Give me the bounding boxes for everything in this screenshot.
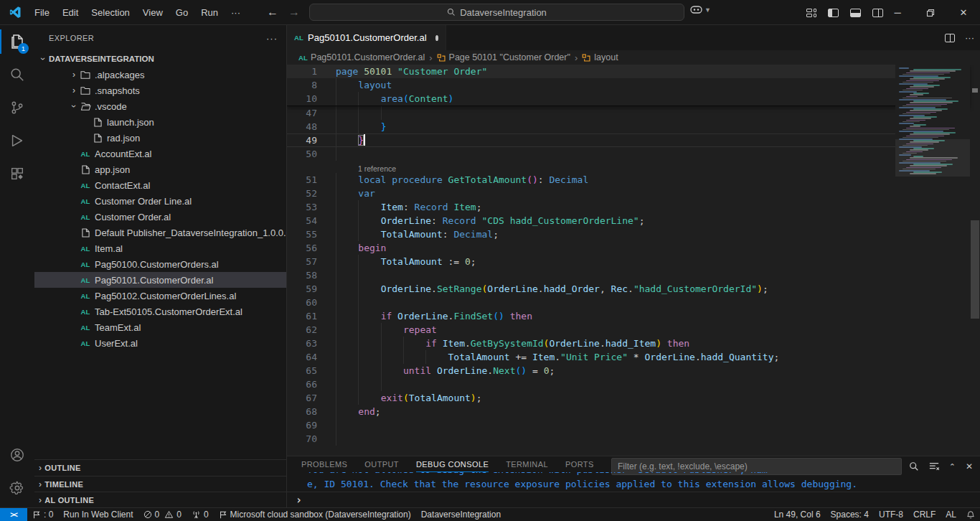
line-number[interactable]: 69	[287, 418, 317, 432]
code-line-56[interactable]: 56 begin	[287, 241, 970, 255]
line-number[interactable]: 50	[287, 147, 317, 161]
menu-go[interactable]: Go	[170, 4, 194, 21]
restore-button[interactable]	[914, 0, 947, 25]
section-outline[interactable]: ›OUTLINE	[34, 460, 286, 476]
code-line-68[interactable]: 68 end;	[287, 405, 970, 418]
line-number[interactable]: 60	[287, 296, 317, 309]
section-al-outline[interactable]: ›AL OUTLINE	[34, 492, 286, 507]
status-problems[interactable]: 00	[138, 508, 187, 521]
status-language-mode[interactable]: AL	[941, 508, 961, 521]
panel-tab-ports[interactable]: PORTS	[565, 456, 594, 472]
tree-item-default-publisher-dataverseintegration-1-0-0-0-app[interactable]: Default Publisher_DataverseIntegration_1…	[34, 225, 286, 240]
tree-item--snapshots[interactable]: ›.snapshots	[34, 83, 286, 98]
code-line-67[interactable]: 67 exit(TotalAmount);	[287, 391, 970, 405]
breadcrumb-page-symbol[interactable]: Page 50101 "Customer Order"	[437, 52, 570, 62]
code-line-59[interactable]: 59 OrderLine.SetRange(OrderLine.hadd_Ord…	[287, 282, 970, 296]
account-button[interactable]	[0, 438, 34, 471]
code-line-10[interactable]: 10 area(Content)	[287, 92, 970, 105]
activity-extensions-button[interactable]	[0, 157, 34, 190]
code-line-64[interactable]: 64 TotalAmount += Item."Unit Price" * Or…	[287, 350, 970, 364]
activity-source-control-button[interactable]	[0, 91, 34, 124]
line-number[interactable]: 57	[287, 255, 317, 268]
code-line-70[interactable]: 70	[287, 432, 970, 446]
split-editor-icon[interactable]	[945, 34, 955, 42]
menu-view[interactable]: View	[137, 4, 169, 21]
code-line-66[interactable]: 66	[287, 377, 970, 391]
nav-forward-button[interactable]: →	[288, 6, 300, 19]
tree-item-tab-ext50105-customerorderext-al[interactable]: ALTab-Ext50105.CustomerOrderExt.al	[34, 304, 286, 319]
close-panel-icon[interactable]: ✕	[966, 461, 973, 471]
code-line-60[interactable]: 60	[287, 296, 970, 309]
close-window-button[interactable]: ✕	[947, 0, 980, 25]
status-ports-forwarded[interactable]: 0	[187, 508, 214, 521]
code-line-49[interactable]: 49 }	[287, 133, 970, 147]
menu-[interactable]: ···	[225, 4, 246, 21]
menu-run[interactable]: Run	[195, 4, 224, 21]
activity-explorer-button[interactable]: 1	[0, 25, 34, 58]
line-number[interactable]: 54	[287, 214, 317, 227]
code-line-51[interactable]: 51 local procedure GetTotalAmount(): Dec…	[287, 173, 970, 187]
line-number[interactable]: 61	[287, 309, 317, 323]
nav-back-button[interactable]: ←	[267, 6, 278, 19]
clear-console-icon[interactable]	[929, 461, 939, 471]
debug-console[interactable]: You are not allowed to debug the extensi…	[287, 472, 980, 507]
status-notifications[interactable]	[961, 508, 980, 521]
breadcrumb-layout-symbol[interactable]: layout	[582, 52, 618, 62]
tree-item-app-json[interactable]: app.json	[34, 161, 286, 177]
tree-item-customer-order-line-al[interactable]: ALCustomer Order Line.al	[34, 193, 286, 209]
code-line-58[interactable]: 58	[287, 268, 970, 282]
scrollbar-thumb[interactable]	[971, 220, 979, 319]
line-number[interactable]: 55	[287, 227, 317, 241]
menu-selection[interactable]: Selection	[85, 4, 135, 21]
copilot-button[interactable]: ▼	[690, 5, 711, 14]
code-line-50[interactable]: 50	[287, 147, 970, 161]
tree-item-pag50102-customerorderlines-al[interactable]: ALPag50102.CustomerOrderLines.al	[34, 288, 286, 304]
maximize-panel-icon[interactable]: ⌃	[949, 462, 956, 471]
menu-edit[interactable]: Edit	[57, 4, 84, 21]
line-number[interactable]: 51	[287, 173, 317, 187]
code-line-52[interactable]: 52 var	[287, 187, 970, 200]
line-number[interactable]: 10	[287, 92, 317, 105]
line-number[interactable]: 48	[287, 120, 317, 133]
line-number[interactable]: 70	[287, 432, 317, 446]
editor-scrollbar[interactable]	[970, 65, 980, 456]
line-number[interactable]: 58	[287, 268, 317, 282]
command-center[interactable]: DataverseIntegration	[309, 4, 684, 21]
code-line-47[interactable]: 47	[287, 106, 970, 120]
tree-item-rad-json[interactable]: rad.json	[34, 130, 286, 146]
status-encoding[interactable]: UTF-8	[874, 508, 908, 521]
line-number[interactable]: 59	[287, 282, 317, 296]
tree-item--vscode[interactable]: ›.vscode	[34, 98, 286, 114]
line-number[interactable]: 66	[287, 377, 317, 391]
editor-more-actions-icon[interactable]: ···	[965, 32, 974, 43]
status-al-project[interactable]: DataverseIntegration	[416, 508, 506, 521]
settings-button[interactable]	[0, 471, 34, 504]
code-line-65[interactable]: 65 until OrderLine.Next() = 0;	[287, 364, 970, 377]
line-number[interactable]: 49	[287, 133, 317, 147]
status-cursor-position[interactable]: Ln 49, Col 6	[769, 508, 826, 521]
status-al-environment[interactable]: Microsoft cloud sandbox (DataverseIntegr…	[214, 508, 416, 521]
modified-dot-icon[interactable]	[435, 35, 438, 41]
code-line-54[interactable]: 54 OrderLine: Record "CDS hadd_CustomerO…	[287, 214, 970, 227]
explorer-more-actions-icon[interactable]: ···	[266, 33, 278, 44]
tree-item-customer-order-al[interactable]: ALCustomer Order.al	[34, 209, 286, 225]
code-line-48[interactable]: 48 }	[287, 120, 970, 133]
code-line-61[interactable]: 61 if OrderLine.FindSet() then	[287, 309, 970, 323]
tree-item-pag50100-customerorders-al[interactable]: ALPag50100.CustomerOrders.al	[34, 256, 286, 272]
line-number[interactable]: 52	[287, 187, 317, 200]
line-number[interactable]: 1	[287, 65, 317, 78]
code-line-62[interactable]: 62 repeat	[287, 323, 970, 337]
tab-pag50101-customerorder[interactable]: AL Pag50101.CustomerOrder.al	[287, 25, 446, 50]
status-run-in-web-client[interactable]: Run In Web Client	[58, 508, 138, 521]
code-editor[interactable]: 4748 }49 }501 reference51 local procedur…	[287, 65, 980, 456]
code-line-53[interactable]: 53 Item: Record Item;	[287, 200, 970, 214]
minimap-viewport[interactable]	[895, 139, 970, 177]
line-number[interactable]: 47	[287, 106, 317, 120]
activity-run-debug-button[interactable]	[0, 124, 34, 157]
toggle-primary-sidebar-icon[interactable]	[828, 9, 839, 17]
activity-search-button[interactable]	[0, 58, 34, 91]
tree-item-accountext-al[interactable]: ALAccountExt.al	[34, 146, 286, 161]
section-timeline[interactable]: ›TIMELINE	[34, 476, 286, 492]
code-line-1[interactable]: 1page 50101 "Customer Order"	[287, 65, 970, 78]
panel-tab-terminal[interactable]: TERMINAL	[506, 456, 548, 472]
